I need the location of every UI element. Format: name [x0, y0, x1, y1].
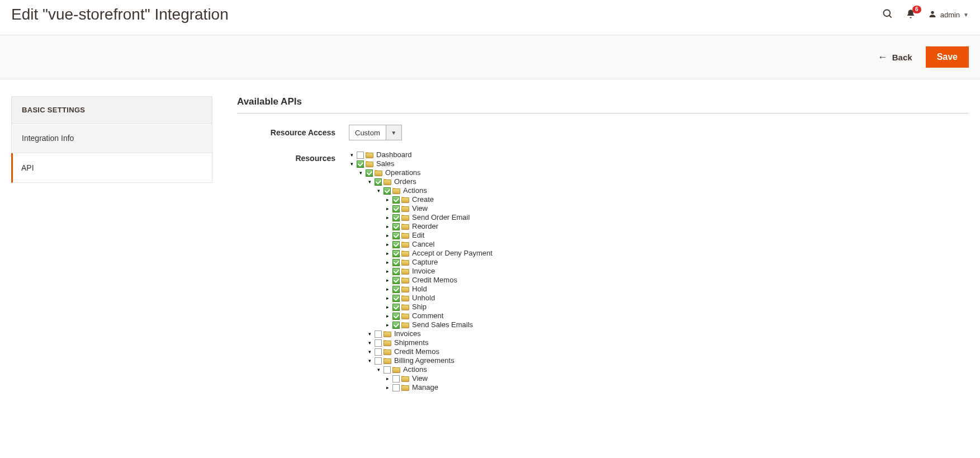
tree-toggle[interactable] — [385, 295, 390, 301]
tree-toggle[interactable] — [385, 197, 390, 202]
tree-toggle[interactable] — [385, 242, 390, 247]
tree-toggle[interactable] — [385, 233, 390, 238]
tree-checkbox[interactable] — [357, 160, 364, 168]
tree-checkbox[interactable] — [392, 205, 400, 213]
tree-node-label[interactable]: Credit Memos — [412, 276, 457, 285]
tree-node-label[interactable]: Billing Agreements — [394, 356, 455, 365]
tree-node-label[interactable]: Actions — [403, 186, 427, 195]
tree-node-label[interactable]: Unhold — [412, 294, 435, 303]
tree-checkbox[interactable] — [392, 322, 400, 329]
tree-node-label[interactable]: Edit — [412, 231, 424, 240]
tree-node-label[interactable]: Invoice — [412, 267, 435, 276]
tree-checkbox[interactable] — [392, 286, 400, 293]
tree-toggle[interactable] — [376, 367, 381, 372]
tree-toggle[interactable] — [385, 259, 390, 265]
tree-checkbox[interactable] — [366, 169, 373, 177]
tree-toggle[interactable] — [358, 170, 363, 176]
search-icon[interactable] — [882, 8, 893, 21]
tree-checkbox[interactable] — [375, 357, 382, 365]
tree-node-label[interactable]: Reorder — [412, 222, 438, 231]
tree-toggle[interactable] — [385, 376, 390, 381]
tree-checkbox[interactable] — [392, 313, 400, 320]
tree-node-label[interactable]: Shipments — [394, 338, 428, 347]
back-button[interactable]: ← Back — [878, 52, 912, 62]
tree-checkbox[interactable] — [392, 268, 400, 275]
tree-toggle[interactable] — [385, 251, 390, 256]
tree-checkbox[interactable] — [375, 339, 382, 347]
sidebar-item-api[interactable]: API — [11, 153, 212, 183]
folder-icon — [366, 152, 373, 158]
folder-icon — [401, 205, 409, 212]
tree-node-label[interactable]: Actions — [403, 365, 427, 374]
tree-checkbox[interactable] — [375, 178, 382, 186]
tree-checkbox[interactable] — [392, 259, 400, 266]
tree-checkbox[interactable] — [357, 152, 364, 159]
tree-checkbox[interactable] — [392, 250, 400, 257]
tree-node-label[interactable]: Orders — [394, 177, 416, 186]
tree-node-label[interactable]: Invoices — [394, 329, 421, 338]
tree-checkbox[interactable] — [392, 214, 400, 221]
tree-toggle[interactable] — [385, 385, 390, 390]
tree-checkbox[interactable] — [392, 384, 400, 391]
tree-checkbox[interactable] — [375, 330, 382, 338]
tree-node-label[interactable]: Hold — [412, 285, 427, 294]
notifications-button[interactable]: 6 — [906, 9, 916, 21]
tree-toggle[interactable] — [367, 331, 372, 337]
tree-toggle[interactable] — [385, 322, 390, 328]
arrow-left-icon: ← — [878, 52, 888, 62]
tree-node-label[interactable]: Send Sales Emails — [412, 320, 473, 329]
tree-checkbox[interactable] — [392, 304, 400, 311]
tree-toggle[interactable] — [349, 152, 354, 158]
folder-icon — [384, 357, 391, 364]
tree-toggle[interactable] — [385, 313, 390, 319]
tree-toggle[interactable] — [376, 188, 381, 193]
tree-node-label[interactable]: Operations — [385, 168, 421, 177]
folder-icon — [401, 295, 409, 301]
tree-node-label[interactable]: Create — [412, 195, 434, 204]
tree-toggle[interactable] — [349, 161, 354, 167]
tree-toggle[interactable] — [367, 340, 372, 346]
tree-toggle[interactable] — [385, 277, 390, 283]
tree-node-label[interactable]: Credit Memos — [394, 347, 439, 356]
tree-checkbox[interactable] — [392, 277, 400, 284]
tree-checkbox[interactable] — [392, 196, 400, 204]
back-label: Back — [892, 53, 912, 62]
tree-toggle[interactable] — [367, 358, 372, 363]
tree-toggle[interactable] — [385, 206, 390, 211]
tree-node-label[interactable]: Comment — [412, 311, 443, 320]
tree-toggle[interactable] — [385, 268, 390, 274]
tree-node-label[interactable]: View — [412, 374, 428, 383]
user-menu[interactable]: admin ▼ — [928, 10, 969, 20]
tree-toggle[interactable] — [385, 215, 390, 220]
svg-line-1 — [889, 15, 891, 17]
tree-node-label[interactable]: View — [412, 204, 428, 213]
tree-checkbox[interactable] — [392, 223, 400, 230]
tree-toggle[interactable] — [367, 349, 372, 355]
tree-node-label[interactable]: Send Order Email — [412, 213, 470, 222]
tree-toggle[interactable] — [385, 304, 390, 310]
resources-tree: DashboardSalesOperationsOrdersActionsCre… — [349, 150, 969, 392]
folder-icon — [401, 375, 409, 382]
chevron-down-icon: ▼ — [963, 12, 969, 18]
tree-checkbox[interactable] — [384, 366, 391, 374]
tree-checkbox[interactable] — [392, 375, 400, 383]
tree-node-label[interactable]: Sales — [376, 159, 395, 168]
tree-node-label[interactable]: Cancel — [412, 240, 434, 249]
tree-toggle[interactable] — [385, 286, 390, 292]
tree-node-label[interactable]: Manage — [412, 383, 438, 392]
sidebar-item-integration-info[interactable]: Integration Info — [11, 124, 212, 153]
resource-access-select[interactable]: Custom ▼ — [349, 125, 402, 140]
tree-node-label[interactable]: Ship — [412, 303, 427, 311]
tree-checkbox[interactable] — [375, 348, 382, 356]
tree-toggle[interactable] — [385, 224, 390, 229]
tree-node-label[interactable]: Accept or Deny Payment — [412, 249, 493, 258]
tree-checkbox[interactable] — [384, 187, 391, 195]
tree-node-label[interactable]: Capture — [412, 258, 438, 267]
save-button[interactable]: Save — [926, 46, 969, 68]
tree-node-label[interactable]: Dashboard — [376, 150, 412, 159]
tree-checkbox[interactable] — [392, 295, 400, 302]
tree-checkbox[interactable] — [392, 232, 400, 239]
folder-icon — [366, 160, 373, 167]
tree-checkbox[interactable] — [392, 241, 400, 248]
tree-toggle[interactable] — [367, 179, 372, 185]
